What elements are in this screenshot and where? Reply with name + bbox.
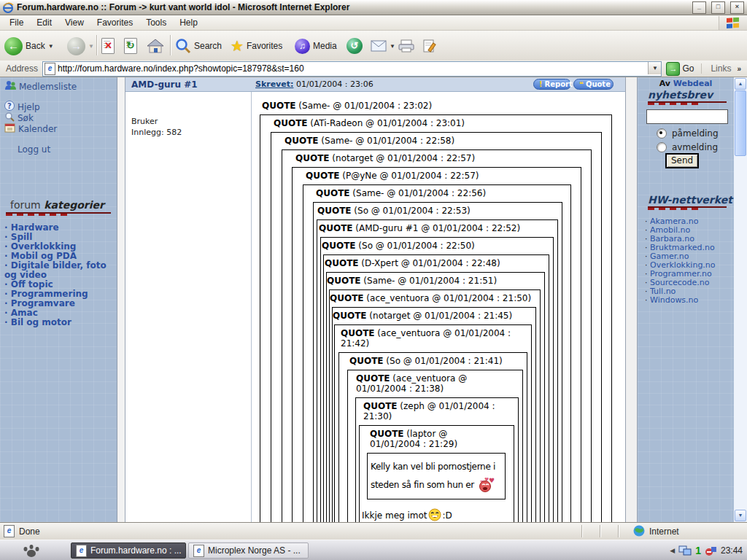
refresh-button[interactable]: ↻ xyxy=(124,34,137,58)
tray-badge-icon[interactable]: 1 xyxy=(695,545,701,556)
right-sidebar: Av Webdeal nyhetsbrev påmelding avmeldin… xyxy=(638,77,734,522)
quote-box: QUOTE (zeph @ 01/01/2004 : 21:30)QUOTE (… xyxy=(355,397,519,522)
links-chevron-icon[interactable]: » xyxy=(737,65,746,73)
mail-icon xyxy=(371,40,387,52)
home-button[interactable] xyxy=(147,34,164,58)
sidebar-item-hjelp[interactable]: ?Hjelp xyxy=(4,101,117,112)
sidebar-category-digitalebilderfotoogvideo[interactable]: Digitale bilder, foto og video xyxy=(0,261,117,280)
address-bar: Address e http://forum.hardware.no/index… xyxy=(0,61,747,77)
quote-box: QUOTE (laptor @ 01/01/2004 : 21:29)Kelly… xyxy=(359,425,514,522)
radio-avmelding[interactable] xyxy=(657,142,667,152)
history-icon: ↺ xyxy=(347,38,363,54)
sidebar-item-medlemsliste[interactable]: Medlemsliste xyxy=(4,81,117,92)
close-button[interactable]: × xyxy=(730,1,744,14)
sidebar-item-kalender[interactable]: Kalender xyxy=(4,123,117,134)
radio-paamelding[interactable] xyxy=(657,128,667,139)
network-link-windowsno[interactable]: Windows.no xyxy=(645,296,734,305)
media-button[interactable]: ♫ Media xyxy=(295,34,337,58)
quote-header: QUOTE (Same- @ 01/01/2004 : 22:56) xyxy=(316,188,570,198)
zone-label: Internet xyxy=(649,526,679,537)
taskbar-button-2[interactable]: eMicroplex Norge AS - ... xyxy=(188,542,309,559)
post-user-column: Bruker Innlegg: 582 xyxy=(125,92,252,522)
media-label: Media xyxy=(313,41,337,51)
edit-button[interactable] xyxy=(423,34,438,58)
search-button[interactable]: Search xyxy=(175,34,222,58)
maximize-button[interactable]: □ xyxy=(711,1,725,14)
taskbar-clock[interactable]: 23:44 xyxy=(721,545,743,556)
paw-icon[interactable] xyxy=(22,543,41,558)
menu-help[interactable]: Help xyxy=(173,16,204,29)
scroll-down-icon[interactable]: ▼ xyxy=(735,510,746,521)
webdeal-link[interactable]: Webdeal xyxy=(673,79,713,88)
report-icon: ! xyxy=(539,80,543,88)
scroll-up-icon[interactable]: ▲ xyxy=(735,78,746,90)
written-link[interactable]: Skrevet: xyxy=(255,79,293,89)
heading-rule xyxy=(6,212,111,214)
menu-edit[interactable]: Edit xyxy=(30,16,58,29)
newsletter-input[interactable] xyxy=(646,109,728,124)
sidebar-item-sk[interactable]: Søk xyxy=(4,112,117,123)
search-label: Search xyxy=(194,41,222,51)
radio-row-on[interactable]: påmelding xyxy=(657,128,719,139)
mail-button[interactable]: ▼ xyxy=(371,34,395,58)
user-title: Bruker xyxy=(131,117,158,126)
back-button[interactable]: ← Back ▼ xyxy=(4,34,54,58)
go-button[interactable]: → Go xyxy=(662,62,698,76)
media-icon: ♫ xyxy=(295,39,310,54)
menu-view[interactable]: View xyxy=(58,16,90,29)
quote-button[interactable]: ❝Quote xyxy=(573,79,614,90)
back-dropdown-icon[interactable]: ▼ xyxy=(48,43,54,50)
links-label[interactable]: Links xyxy=(701,63,737,74)
history-button[interactable]: ↺ xyxy=(347,34,363,58)
favorites-button[interactable]: ★ Favorites xyxy=(231,34,282,58)
quote-box: QUOTE (ace_ventuora @ 01/01/2004 : 21:38… xyxy=(347,370,523,522)
report-button[interactable]: !Report xyxy=(533,79,571,90)
radio-on-label: påmelding xyxy=(672,128,719,139)
tray-app-icon[interactable] xyxy=(705,545,717,556)
sidebar-item-label[interactable]: Hjelp xyxy=(18,102,40,112)
forward-icon: → xyxy=(67,37,85,55)
quote-box: QUOTE (Same- @ 01/01/2004 : 21:51)QUOTE … xyxy=(326,272,545,522)
status-bar: e Done Internet xyxy=(0,522,747,540)
quote-box: QUOTE (ace_ventuora @ 01/01/2004 : 21:50… xyxy=(329,289,541,522)
menu-favorites[interactable]: Favorites xyxy=(90,16,139,29)
main-frame: AMD-guru #1 Skrevet: 01/01/2004 : 23:06 … xyxy=(125,77,625,522)
menu-file[interactable]: File xyxy=(3,16,30,29)
sidebar-item-label[interactable]: Kalender xyxy=(18,124,57,134)
address-dropdown-icon[interactable]: ▼ xyxy=(648,62,661,74)
by-label: Av xyxy=(659,79,670,88)
stop-button[interactable]: ✕ xyxy=(101,34,115,58)
left-frame-scrollbar[interactable] xyxy=(117,77,125,522)
grin-emoticon xyxy=(428,508,442,522)
quote-header: QUOTE (Same- @ 01/01/2004 : 23:02) xyxy=(262,101,625,111)
window-title: Forum.hardware.no :: Forum -> kurt vant … xyxy=(17,2,687,12)
page-icon: e xyxy=(44,63,55,75)
scrollbar-thumb[interactable] xyxy=(735,90,746,156)
radio-row-off[interactable]: avmelding xyxy=(657,142,718,152)
menu-tools[interactable]: Tools xyxy=(139,16,173,29)
quote-header: QUOTE (ace_ventuora @ 01/01/2004 : 21:38… xyxy=(356,373,480,394)
sidebar-item-label[interactable]: Logg ut xyxy=(18,144,50,155)
send-button[interactable]: Send xyxy=(665,153,699,168)
address-input[interactable]: e http://forum.hardware.no/index.php?sho… xyxy=(42,61,662,77)
print-button[interactable] xyxy=(398,34,414,58)
mail-dropdown-icon[interactable]: ▼ xyxy=(390,43,395,50)
quote-area: QUOTE (Same- @ 01/01/2004 : 23:02)QUOTE … xyxy=(252,92,625,522)
home-icon xyxy=(147,38,164,54)
forward-button[interactable]: → ▼ xyxy=(67,34,94,58)
sidebar-category-bilogmotor[interactable]: Bil og motor xyxy=(0,318,117,327)
sidebar-item-loggut[interactable]: Logg ut xyxy=(4,144,117,155)
right-frame-scrollbar[interactable]: ▲ ▼ xyxy=(734,77,747,522)
tray-collapse-icon[interactable]: ◀ xyxy=(670,547,675,554)
sidebar-item-label[interactable]: Søk xyxy=(18,113,34,123)
minimize-button[interactable]: _ xyxy=(692,1,706,14)
category-list: HardwareSpillOverklokkingMobil og PDADig… xyxy=(0,223,117,327)
post-reply-text: Ikkje meg imot :D xyxy=(362,508,514,522)
wub-emoticon: ♥♥♥ xyxy=(477,480,495,490)
main-frame-scrollbar[interactable] xyxy=(625,77,638,522)
taskbar-button-1[interactable]: eForum.hardware.no : ... xyxy=(71,542,186,559)
network-heading: HW-nettverket xyxy=(648,194,732,206)
sidebar-item-label[interactable]: Medlemsliste xyxy=(19,82,77,92)
network-tray-icon[interactable] xyxy=(678,545,692,556)
post-author[interactable]: AMD-guru #1 xyxy=(131,79,198,90)
